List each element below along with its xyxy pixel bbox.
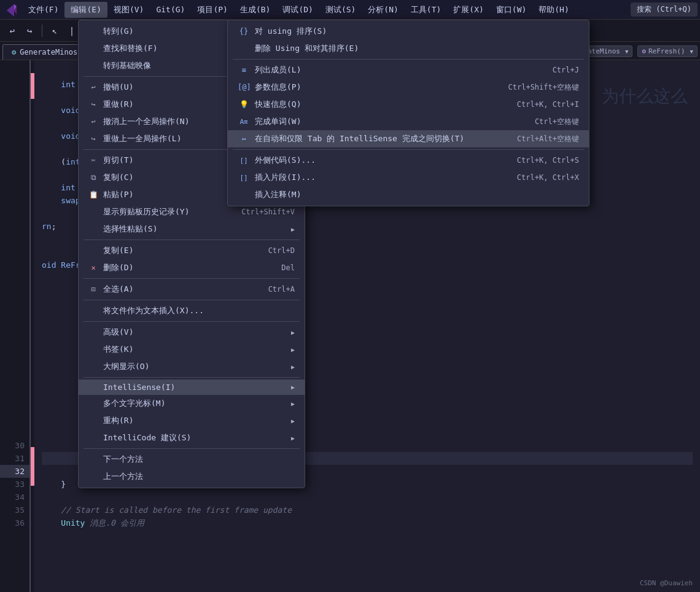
menu-extend[interactable]: 扩展(X) — [447, 2, 489, 18]
menu-select-all[interactable]: ⊡ 全选(A) Ctrl+A — [79, 281, 305, 298]
method-arrow-1: ▼ — [625, 49, 628, 55]
select-all-shortcut: Ctrl+A — [268, 285, 295, 294]
toggle-tab-label: 在自动和仅限 Tab 的 IntelliSense 完成之间切换(T) — [255, 133, 512, 144]
line-num — [0, 413, 29, 426]
is-complete-word[interactable]: A≡ 完成单词(W) Ctrl+空格键 — [228, 113, 589, 130]
complete-word-label: 完成单词(W) — [255, 116, 530, 127]
paste-special-arrow: ▶ — [291, 226, 295, 233]
menubar: 文件(F) 编辑(E) 视图(V) Git(G) 项目(P) 生成(B) 调试(… — [0, 0, 700, 20]
is-remove-sort-using[interactable]: 删除 Using 和对其排序(E) — [228, 40, 589, 57]
intellisense-label: IntelliSense(I) — [103, 383, 286, 392]
paste-special-label: 选择性粘贴(S) — [103, 224, 286, 235]
menu-paste-special[interactable]: 选择性粘贴(S) ▶ — [79, 220, 305, 238]
advanced-arrow: ▶ — [291, 329, 295, 336]
csdn-badge: CSDN @Duawieh — [640, 579, 693, 587]
menu-analyze[interactable]: 分析(N) — [362, 2, 404, 18]
menu-outline[interactable]: 大纲显示(O) ▶ — [79, 358, 305, 375]
is-insert-snippet[interactable]: [] 插入片段(I)... Ctrl+K, Ctrl+X — [228, 169, 589, 186]
line-num-30: 30 — [0, 439, 29, 452]
line-numbers: 30 31 32 33 34 35 36 — [0, 60, 31, 592]
pointer-btn[interactable]: ↖ — [47, 23, 62, 38]
is-div-2 — [233, 149, 584, 150]
tab-icon: ⚙ — [12, 48, 16, 56]
is-list-members[interactable]: ≡ 列出成员(L) Ctrl+J — [228, 61, 589, 79]
line-num — [0, 168, 29, 181]
menu-intellisense[interactable]: IntelliSense(I) ▶ — [79, 380, 305, 395]
multi-cursor-label: 多个文字光标(M) — [103, 398, 286, 409]
menu-insert-file[interactable]: 将文件作为文本插入(X)... — [79, 302, 305, 319]
remove-sort-label: 删除 Using 和对其排序(E) — [255, 43, 579, 54]
menu-div-5 — [84, 300, 300, 300]
menu-file[interactable]: 文件(F) — [22, 2, 64, 18]
clipboard-label: 显示剪贴板历史记录(Y) — [103, 206, 236, 217]
multi-cursor-arrow: ▶ — [291, 400, 295, 407]
menu-window[interactable]: 窗口(W) — [490, 2, 532, 18]
line-num — [0, 155, 29, 168]
line-num — [0, 233, 29, 246]
line-num — [0, 207, 29, 220]
toggle-tab-icon: ↔ — [238, 134, 250, 143]
menu-next-method[interactable]: 下一个方法 — [79, 451, 305, 468]
menu-refactor[interactable]: 重构(R) ▶ — [79, 412, 305, 429]
method-label-2: ReFresh() — [648, 47, 685, 55]
menu-edit[interactable]: 编辑(E) — [64, 2, 107, 18]
menu-delete[interactable]: ✕ 删除(D) Del — [79, 259, 305, 276]
menu-project[interactable]: 项目(P) — [191, 2, 233, 18]
menu-view[interactable]: 视图(V) — [107, 2, 150, 18]
undo-global-icon: ↩ — [88, 117, 98, 126]
insert-comment-label: 插入注释(M) — [255, 189, 579, 200]
menu-intellicode[interactable]: IntelliCode 建议(S) ▶ — [79, 429, 305, 446]
duplicate-label: 复制(E) — [103, 245, 263, 256]
param-info-icon: [@] — [238, 83, 250, 92]
redo-global-icon: ↪ — [88, 134, 98, 143]
line-num — [0, 400, 29, 413]
menu-test[interactable]: 测试(S) — [319, 2, 362, 18]
menu-git[interactable]: Git(G) — [150, 2, 191, 17]
complete-word-shortcut: Ctrl+空格键 — [535, 117, 579, 127]
code-line — [42, 491, 693, 504]
sort-using-icon: {} — [238, 27, 250, 36]
is-div-1 — [233, 59, 584, 60]
quick-info-shortcut: Ctrl+K, Ctrl+I — [517, 100, 579, 109]
next-method-label: 下一个方法 — [103, 454, 295, 465]
method-selector-2[interactable]: ⚙ ReFresh() ▼ — [637, 45, 698, 57]
is-surround-with[interactable]: [] 外侧代码(S)... Ctrl+K, Ctrl+S — [228, 152, 589, 169]
line-num — [0, 130, 29, 142]
line-num-34: 34 — [0, 491, 29, 504]
is-toggle-tab[interactable]: ↔ 在自动和仅限 Tab 的 IntelliSense 完成之间切换(T) Ct… — [228, 130, 589, 147]
refactor-arrow: ▶ — [291, 418, 295, 424]
menu-build[interactable]: 生成(B) — [234, 2, 276, 18]
intellicode-label: IntelliCode 建议(S) — [103, 432, 286, 443]
menu-help[interactable]: 帮助(H) — [532, 2, 575, 18]
is-param-info[interactable]: [@] 参数信息(P) Ctrl+Shift+空格键 — [228, 79, 589, 96]
snippet-icon: [] — [238, 174, 250, 182]
line-num — [0, 78, 29, 91]
line-num — [0, 259, 29, 271]
prev-method-label: 上一个方法 — [103, 471, 295, 482]
snippet-label: 插入片段(I)... — [255, 172, 512, 183]
undo-btn[interactable]: ↩ — [5, 23, 20, 38]
search-menu[interactable]: 搜索 (Ctrl+Q) — [631, 2, 698, 17]
menu-duplicate[interactable]: 复制(E) Ctrl+D — [79, 242, 305, 259]
menu-tools[interactable]: 工具(T) — [405, 2, 447, 18]
cursor-btn[interactable]: | — [64, 23, 79, 38]
menu-bookmark[interactable]: 书签(K) ▶ — [79, 341, 305, 358]
cut-icon: ✂ — [88, 156, 98, 165]
redo-btn[interactable]: ↪ — [22, 23, 37, 38]
code-line-comment: // Start is called before the first fram… — [42, 504, 693, 516]
line-num — [0, 65, 29, 78]
paste-icon: 📋 — [88, 190, 98, 199]
is-sort-using[interactable]: {} 对 using 排序(S) — [228, 23, 589, 40]
line-num — [0, 117, 29, 130]
complete-word-icon: A≡ — [238, 118, 250, 126]
delete-label: 删除(D) — [103, 262, 276, 273]
is-quick-info[interactable]: 💡 快速信息(Q) Ctrl+K, Ctrl+I — [228, 96, 589, 113]
surround-label: 外侧代码(S)... — [255, 155, 512, 166]
menu-multi-cursor[interactable]: 多个文字光标(M) ▶ — [79, 395, 305, 412]
intellisense-arrow: ▶ — [291, 384, 295, 391]
menu-prev-method[interactable]: 上一个方法 — [79, 468, 305, 485]
menu-debug[interactable]: 调试(D) — [276, 2, 319, 18]
toolbar-sep-1 — [42, 25, 42, 37]
menu-advanced[interactable]: 高级(V) ▶ — [79, 324, 305, 341]
is-insert-comment[interactable]: 插入注释(M) — [228, 186, 589, 203]
